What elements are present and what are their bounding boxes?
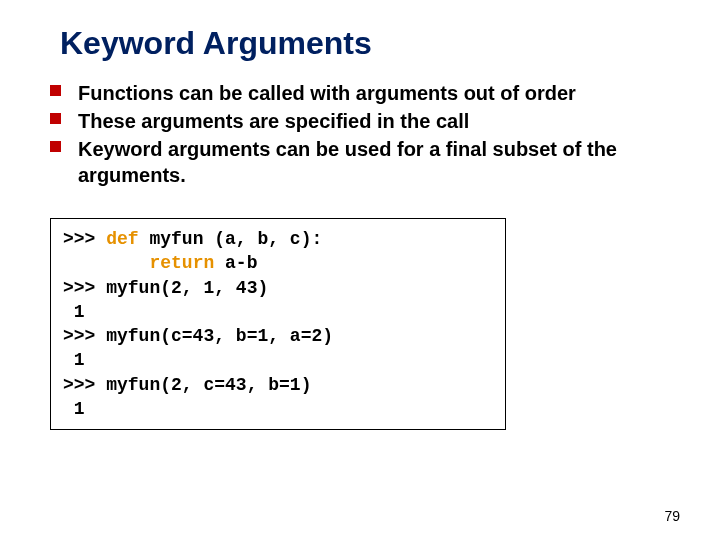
- code-text: 1: [63, 399, 85, 419]
- bullet-item: Keyword arguments can be used for a fina…: [50, 136, 670, 188]
- code-text: >>> myfun(c=43, b=1, a=2): [63, 326, 333, 346]
- bullet-list: Functions can be called with arguments o…: [50, 80, 670, 188]
- slide: Keyword Arguments Functions can be calle…: [0, 0, 720, 540]
- slide-title: Keyword Arguments: [60, 25, 670, 62]
- code-text: [63, 253, 149, 273]
- code-text: >>> myfun(2, c=43, b=1): [63, 375, 311, 395]
- code-text: 1: [63, 302, 85, 322]
- keyword-return: return: [149, 253, 214, 273]
- keyword-def: def: [106, 229, 138, 249]
- code-text: myfun (a, b, c):: [139, 229, 323, 249]
- code-text: >>> myfun(2, 1, 43): [63, 278, 268, 298]
- page-number: 79: [664, 508, 680, 524]
- code-text: 1: [63, 350, 85, 370]
- code-example: >>> def myfun (a, b, c): return a-b >>> …: [50, 218, 506, 430]
- bullet-item: These arguments are specified in the cal…: [50, 108, 670, 134]
- code-text: >>>: [63, 229, 106, 249]
- bullet-item: Functions can be called with arguments o…: [50, 80, 670, 106]
- code-text: a-b: [214, 253, 257, 273]
